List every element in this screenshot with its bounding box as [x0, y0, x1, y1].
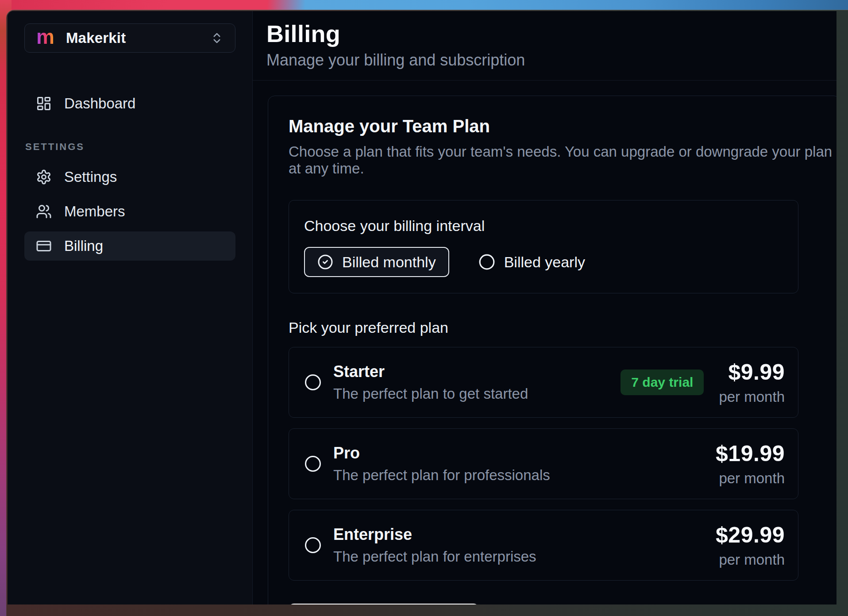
page-subtitle: Manage your billing and subscription — [266, 51, 836, 69]
sidebar-item-billing[interactable]: Billing — [24, 231, 235, 261]
billed-yearly-label: Billed yearly — [504, 254, 585, 271]
workspace-selector[interactable]: m Makerkit — [24, 23, 235, 53]
plan-name: Pro — [333, 444, 550, 462]
sidebar-item-dashboard[interactable]: Dashboard — [24, 89, 235, 118]
plan-period: per month — [716, 470, 785, 487]
main-content: Billing Manage your billing and subscrip… — [253, 11, 836, 604]
plan-info: Starter The perfect plan to get started — [333, 362, 528, 402]
plan-price-block: $9.99 per month — [719, 359, 785, 405]
sidebar-item-label: Settings — [64, 169, 117, 185]
radio-circle-icon[interactable] — [305, 374, 321, 390]
billing-interval-options: Billed monthly Billed yearly — [304, 247, 783, 277]
credit-card-icon — [36, 238, 52, 254]
plan-period: per month — [716, 551, 785, 568]
gear-icon — [36, 169, 52, 185]
plan-name: Starter — [333, 362, 528, 381]
billed-yearly-option[interactable]: Billed yearly — [478, 254, 585, 271]
plan-name: Enterprise — [333, 525, 536, 544]
team-plan-card: Manage your Team Plan Choose a plan that… — [268, 96, 836, 604]
radio-circle-icon[interactable] — [305, 537, 321, 553]
plans-label: Pick your preferred plan — [289, 319, 836, 336]
plan-row-pro[interactable]: Pro The perfect plan for professionals $… — [289, 428, 798, 499]
trial-badge: 7 day trial — [621, 370, 704, 395]
page-title: Billing — [266, 20, 836, 47]
plan-description: The perfect plan for professionals — [333, 467, 550, 484]
card-description: Choose a plan that fits your team's need… — [289, 143, 836, 177]
proceed-to-payment-button[interactable]: Proceed to Payment — [289, 604, 479, 604]
billed-monthly-option[interactable]: Billed monthly — [304, 247, 449, 277]
chevrons-up-down-icon[interactable] — [210, 31, 224, 45]
check-circle-icon — [317, 254, 333, 270]
sidebar-item-label: Billing — [64, 238, 103, 254]
radio-circle-icon[interactable] — [305, 456, 321, 472]
workspace-name: Makerkit — [66, 30, 126, 46]
card-title: Manage your Team Plan — [289, 116, 836, 136]
plan-info: Pro The perfect plan for professionals — [333, 444, 550, 484]
plan-row-starter[interactable]: Starter The perfect plan to get started … — [289, 347, 798, 418]
app-window: m Makerkit Dashboard SETTINGS Settings — [8, 11, 836, 604]
dashboard-icon — [36, 96, 52, 112]
billing-interval-label: Choose your billing interval — [304, 217, 783, 235]
plan-description: The perfect plan for enterprises — [333, 548, 536, 565]
billed-monthly-label: Billed monthly — [342, 254, 436, 271]
page-header: Billing Manage your billing and subscrip… — [253, 11, 836, 81]
sidebar-item-label: Dashboard — [64, 95, 135, 112]
billing-interval-box: Choose your billing interval Billed mont… — [289, 200, 798, 293]
plan-price: $29.99 — [716, 522, 785, 548]
radio-circle-icon — [478, 254, 495, 270]
sidebar-item-settings[interactable]: Settings — [24, 162, 235, 192]
plan-price: $19.99 — [716, 441, 785, 466]
sidebar-item-label: Members — [64, 203, 125, 220]
plan-price: $9.99 — [719, 359, 785, 385]
sidebar-item-members[interactable]: Members — [24, 197, 235, 226]
sidebar-section-settings: SETTINGS — [25, 141, 235, 153]
plan-price-block: $29.99 per month — [716, 522, 785, 568]
plan-info: Enterprise The perfect plan for enterpri… — [333, 525, 536, 565]
sidebar: m Makerkit Dashboard SETTINGS Settings — [8, 11, 253, 604]
plan-description: The perfect plan to get started — [333, 385, 528, 402]
plan-price-block: $19.99 per month — [716, 441, 785, 487]
makerkit-logo: m — [36, 27, 54, 47]
plan-row-enterprise[interactable]: Enterprise The perfect plan for enterpri… — [289, 510, 798, 581]
users-icon — [36, 204, 52, 219]
plan-period: per month — [719, 389, 785, 405]
sidebar-nav: Dashboard SETTINGS Settings Members B — [24, 89, 235, 261]
